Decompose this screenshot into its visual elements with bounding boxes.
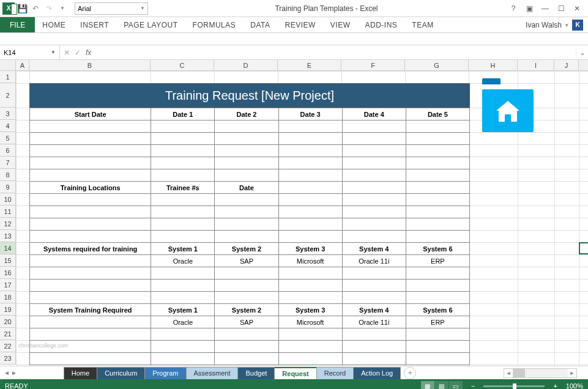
table-cell[interactable] bbox=[278, 206, 342, 218]
table-cell[interactable] bbox=[30, 206, 151, 218]
table-cell[interactable] bbox=[215, 292, 278, 304]
table-cell[interactable] bbox=[151, 292, 215, 304]
ribbon-tab-home[interactable]: HOME bbox=[35, 17, 73, 32]
table-cell[interactable] bbox=[30, 267, 151, 280]
table-cell[interactable]: SAP bbox=[215, 316, 278, 328]
table-header-cell[interactable] bbox=[278, 182, 342, 194]
table-header-cell[interactable]: System 4 bbox=[342, 243, 406, 255]
row-header[interactable]: 11 bbox=[0, 206, 16, 218]
table-cell[interactable] bbox=[151, 206, 215, 218]
table-cell[interactable] bbox=[215, 353, 278, 365]
table-cell[interactable] bbox=[342, 120, 406, 133]
table-cell[interactable] bbox=[406, 206, 469, 218]
row-header[interactable]: 13 bbox=[0, 230, 16, 242]
name-box[interactable]: K14 ▼ bbox=[0, 45, 60, 59]
table-cell[interactable] bbox=[30, 341, 151, 353]
table-cell[interactable]: Oracle 11i bbox=[342, 316, 406, 328]
sheet-tab-home[interactable]: Home bbox=[64, 367, 97, 379]
row-header[interactable]: 12 bbox=[0, 218, 16, 230]
table-header-cell[interactable]: Training Locations bbox=[30, 182, 151, 194]
table-cell[interactable] bbox=[151, 328, 215, 341]
table-cell[interactable] bbox=[30, 157, 151, 169]
table-cell[interactable] bbox=[151, 157, 215, 169]
sheet-tab-request[interactable]: Request bbox=[274, 367, 316, 379]
table-header-cell[interactable]: System 6 bbox=[406, 304, 469, 316]
table-cell[interactable]: ERP bbox=[406, 316, 469, 328]
table-cell[interactable] bbox=[30, 133, 151, 145]
horizontal-scrollbar[interactable]: ◄ ► bbox=[504, 368, 577, 378]
table-cell[interactable] bbox=[406, 267, 469, 280]
column-header[interactable]: C bbox=[151, 60, 214, 70]
zoom-out-button[interactable]: − bbox=[469, 382, 477, 389]
table-cell[interactable] bbox=[278, 231, 342, 243]
table-cell[interactable] bbox=[30, 280, 151, 292]
table-cell[interactable] bbox=[151, 120, 215, 133]
table-cell[interactable] bbox=[278, 120, 342, 133]
sheet-tab-action-log[interactable]: Action Log bbox=[353, 367, 401, 379]
sheet-tab-record[interactable]: Record bbox=[316, 367, 354, 379]
table-header-cell[interactable]: Date 1 bbox=[151, 108, 215, 120]
table-cell[interactable]: Oracle bbox=[151, 316, 215, 328]
table-cell[interactable] bbox=[342, 231, 406, 243]
ribbon-tab-page-layout[interactable]: PAGE LAYOUT bbox=[116, 17, 185, 32]
table-cell[interactable] bbox=[30, 231, 151, 243]
ribbon-tab-formulas[interactable]: FORMULAS bbox=[185, 17, 244, 32]
table-cell[interactable] bbox=[215, 133, 278, 145]
table-cell[interactable] bbox=[342, 206, 406, 218]
table-cell[interactable] bbox=[151, 267, 215, 280]
table-header-cell[interactable]: System 2 bbox=[215, 243, 278, 255]
ribbon-tab-review[interactable]: REVIEW bbox=[277, 17, 322, 32]
sheet-nav-next-icon[interactable]: ► bbox=[11, 369, 17, 376]
table-cell[interactable] bbox=[30, 169, 151, 182]
table-header-cell[interactable]: Systems required for training bbox=[30, 243, 151, 255]
table-cell[interactable] bbox=[215, 157, 278, 169]
row-header[interactable]: 20 bbox=[0, 316, 16, 328]
table-cell[interactable] bbox=[278, 280, 342, 292]
table-cell[interactable] bbox=[342, 328, 406, 341]
file-tab[interactable]: FILE bbox=[0, 17, 35, 32]
maximize-icon[interactable]: ☐ bbox=[555, 2, 567, 15]
row-header[interactable]: 15 bbox=[0, 254, 16, 267]
ribbon-tab-insert[interactable]: INSERT bbox=[73, 17, 116, 32]
table-cell[interactable] bbox=[215, 328, 278, 341]
table-header-cell[interactable]: System 6 bbox=[406, 243, 469, 255]
table-cell[interactable] bbox=[215, 280, 278, 292]
ribbon-tab-team[interactable]: TEAM bbox=[404, 17, 441, 32]
table-cell[interactable] bbox=[151, 341, 215, 353]
row-header[interactable]: 19 bbox=[0, 303, 16, 316]
table-cell[interactable]: Oracle 11i bbox=[342, 255, 406, 267]
table-cell[interactable] bbox=[406, 133, 469, 145]
table-cell[interactable] bbox=[215, 206, 278, 218]
column-header[interactable]: J bbox=[554, 60, 579, 70]
table-cell[interactable] bbox=[215, 194, 278, 206]
column-header[interactable]: B bbox=[29, 60, 151, 70]
sheet-nav-prev-icon[interactable]: ◄ bbox=[4, 369, 10, 376]
table-cell[interactable] bbox=[30, 145, 151, 157]
column-header[interactable]: D bbox=[214, 60, 278, 70]
user-avatar-icon[interactable]: K bbox=[572, 20, 583, 31]
table-cell[interactable] bbox=[215, 341, 278, 353]
sheet-tab-assessment[interactable]: Assessment bbox=[186, 367, 239, 379]
row-header[interactable]: 17 bbox=[0, 279, 16, 291]
column-header[interactable]: I bbox=[518, 60, 554, 70]
table-cell[interactable] bbox=[342, 292, 406, 304]
table-cell[interactable] bbox=[406, 280, 469, 292]
scroll-left-icon[interactable]: ◄ bbox=[504, 370, 513, 376]
table-cell[interactable] bbox=[278, 169, 342, 182]
table-cell[interactable] bbox=[30, 292, 151, 304]
table-header-cell[interactable]: System 1 bbox=[151, 243, 215, 255]
row-header[interactable]: 3 bbox=[0, 108, 16, 120]
table-header-cell[interactable]: Date bbox=[215, 182, 278, 194]
table-cell[interactable] bbox=[278, 133, 342, 145]
row-header[interactable]: 14 bbox=[0, 242, 16, 254]
table-cell[interactable] bbox=[406, 353, 469, 365]
table-cell[interactable] bbox=[215, 145, 278, 157]
table-cell[interactable] bbox=[151, 169, 215, 182]
table-cell[interactable] bbox=[30, 255, 151, 267]
table-header-cell[interactable]: Date 5 bbox=[406, 108, 469, 120]
row-header[interactable]: 22 bbox=[0, 340, 16, 352]
ribbon-display-icon[interactable]: ▣ bbox=[523, 2, 535, 15]
normal-view-icon[interactable]: ▦ bbox=[421, 381, 434, 389]
user-name[interactable]: Ivan Walsh bbox=[526, 21, 562, 29]
column-header[interactable]: H bbox=[469, 60, 518, 70]
